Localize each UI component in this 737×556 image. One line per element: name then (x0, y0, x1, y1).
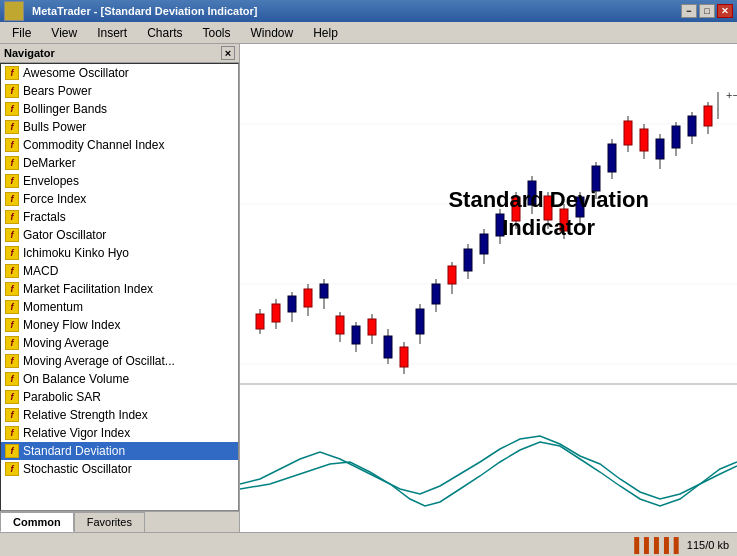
nav-item-label: On Balance Volume (23, 372, 129, 386)
nav-item-label: Market Facilitation Index (23, 282, 153, 296)
nav-item-label: Momentum (23, 300, 83, 314)
indicator-icon: f (5, 84, 19, 98)
svg-rect-35 (480, 234, 488, 254)
menu-insert[interactable]: Insert (89, 24, 135, 42)
status-chart-icon: ▐▐▐▐▐ (629, 537, 679, 553)
nav-item[interactable]: fStandard Deviation (1, 442, 238, 460)
svg-rect-57 (656, 139, 664, 159)
nav-item-label: Money Flow Index (23, 318, 120, 332)
svg-rect-29 (432, 284, 440, 304)
svg-rect-37 (496, 214, 504, 236)
indicator-icon: f (5, 372, 19, 386)
nav-item-label: Moving Average of Oscillat... (23, 354, 175, 368)
navigator-list[interactable]: fAwesome OscillatorfBears PowerfBollinge… (0, 63, 239, 511)
nav-item-label: MACD (23, 264, 58, 278)
svg-rect-27 (416, 309, 424, 334)
svg-rect-13 (304, 289, 312, 307)
nav-item[interactable]: fIchimoku Kinko Hyo (1, 244, 238, 262)
svg-rect-9 (272, 304, 280, 322)
svg-rect-0 (240, 44, 737, 532)
svg-rect-17 (336, 316, 344, 334)
indicator-icon: f (5, 408, 19, 422)
nav-item-label: Moving Average (23, 336, 109, 350)
svg-rect-7 (256, 314, 264, 329)
nav-item[interactable]: fBears Power (1, 82, 238, 100)
nav-item[interactable]: fRelative Strength Index (1, 406, 238, 424)
nav-item[interactable]: fEnvelopes (1, 172, 238, 190)
menu-help[interactable]: Help (305, 24, 346, 42)
menu-charts[interactable]: Charts (139, 24, 190, 42)
nav-item-label: Stochastic Oscillator (23, 462, 132, 476)
nav-item[interactable]: fBollinger Bands (1, 100, 238, 118)
indicator-icon: f (5, 120, 19, 134)
indicator-icon: f (5, 444, 19, 458)
title-bar-left: MetaTrader - [Standard Deviation Indicat… (4, 1, 258, 21)
navigator-panel: Navigator × fAwesome OscillatorfBears Po… (0, 44, 240, 532)
nav-item[interactable]: fDeMarker (1, 154, 238, 172)
indicator-icon: f (5, 282, 19, 296)
navigator-close-button[interactable]: × (221, 46, 235, 60)
chart-svg: +−− (240, 44, 737, 532)
svg-rect-51 (608, 144, 616, 172)
nav-item-label: Force Index (23, 192, 86, 206)
nav-item[interactable]: fMoving Average of Oscillat... (1, 352, 238, 370)
nav-item-label: DeMarker (23, 156, 76, 170)
svg-rect-43 (544, 196, 552, 220)
nav-item[interactable]: fParabolic SAR (1, 388, 238, 406)
title-bar-controls[interactable]: − □ ✕ (681, 4, 733, 18)
nav-item[interactable]: fFractals (1, 208, 238, 226)
svg-rect-59 (672, 126, 680, 148)
maximize-button[interactable]: □ (699, 4, 715, 18)
nav-item[interactable]: fMarket Facilitation Index (1, 280, 238, 298)
nav-item[interactable]: fMoving Average (1, 334, 238, 352)
close-button[interactable]: ✕ (717, 4, 733, 18)
menu-tools[interactable]: Tools (195, 24, 239, 42)
svg-rect-21 (368, 319, 376, 335)
nav-item-label: Bulls Power (23, 120, 86, 134)
indicator-icon: f (5, 210, 19, 224)
nav-item[interactable]: fForce Index (1, 190, 238, 208)
svg-rect-31 (448, 266, 456, 284)
nav-item-label: Awesome Oscillator (23, 66, 129, 80)
tab-favorites[interactable]: Favorites (74, 512, 145, 532)
indicator-icon: f (5, 102, 19, 116)
svg-rect-49 (592, 166, 600, 191)
nav-item[interactable]: fCommodity Channel Index (1, 136, 238, 154)
svg-rect-25 (400, 347, 408, 367)
minimize-button[interactable]: − (681, 4, 697, 18)
nav-item-label: Fractals (23, 210, 66, 224)
menu-file[interactable]: File (4, 24, 39, 42)
nav-item-label: Ichimoku Kinko Hyo (23, 246, 129, 260)
indicator-icon: f (5, 336, 19, 350)
nav-item-label: Bears Power (23, 84, 92, 98)
nav-item-label: Relative Vigor Index (23, 426, 130, 440)
nav-item[interactable]: fAwesome Oscillator (1, 64, 238, 82)
svg-rect-15 (320, 284, 328, 298)
nav-item[interactable]: fMoney Flow Index (1, 316, 238, 334)
nav-item-label: Gator Oscillator (23, 228, 106, 242)
nav-item-label: Relative Strength Index (23, 408, 148, 422)
menu-view[interactable]: View (43, 24, 85, 42)
nav-item[interactable]: fRelative Vigor Index (1, 424, 238, 442)
nav-item[interactable]: fGator Oscillator (1, 226, 238, 244)
indicator-icon: f (5, 66, 19, 80)
menu-window[interactable]: Window (243, 24, 302, 42)
indicator-icon: f (5, 138, 19, 152)
svg-rect-23 (384, 336, 392, 358)
main-layout: Navigator × fAwesome OscillatorfBears Po… (0, 44, 737, 532)
indicator-icon: f (5, 426, 19, 440)
svg-rect-63 (704, 106, 712, 126)
nav-item[interactable]: fOn Balance Volume (1, 370, 238, 388)
indicator-icon: f (5, 462, 19, 476)
tab-common[interactable]: Common (0, 512, 74, 532)
nav-item[interactable]: fBulls Power (1, 118, 238, 136)
nav-item[interactable]: fMomentum (1, 298, 238, 316)
indicator-icon: f (5, 318, 19, 332)
svg-text:+−−: +−− (726, 89, 737, 101)
navigator-title: Navigator (4, 47, 55, 59)
indicator-icon: f (5, 264, 19, 278)
nav-item[interactable]: fStochastic Oscillator (1, 460, 238, 478)
svg-rect-45 (560, 209, 568, 231)
nav-item[interactable]: fMACD (1, 262, 238, 280)
navigator-tabs: Common Favorites (0, 511, 239, 532)
